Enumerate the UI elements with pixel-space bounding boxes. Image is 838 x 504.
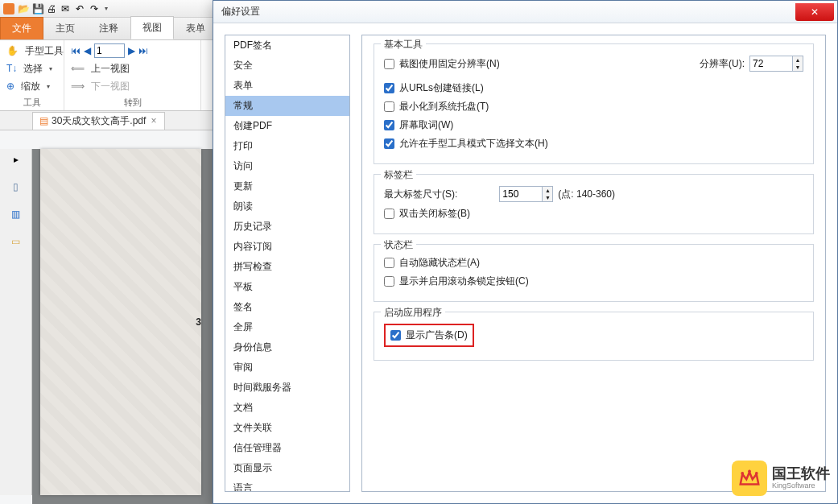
dialog-body: PDF签名安全表单常规创建PDF打印访问更新朗读历史记录内容订阅拼写检查平板签名… [213, 23, 837, 503]
prev-page-icon[interactable]: ◀ [84, 45, 91, 56]
dialog-title: 偏好设置 [213, 5, 260, 19]
category-item[interactable]: 内容订阅 [225, 237, 349, 257]
svg-point-1 [748, 469, 751, 473]
category-item[interactable]: 身份信息 [225, 337, 349, 357]
fieldset-basic-tools: 基本工具 截图使用固定分辨率(N) 分辨率(U): ▲▼ 从URLs创建链接(L… [374, 43, 814, 164]
category-item[interactable]: 全屏 [225, 317, 349, 337]
hand-tool-icon: ✋ [6, 45, 19, 56]
svg-point-2 [755, 472, 758, 475]
email-icon[interactable]: ✉ [61, 3, 72, 14]
checkbox-create-links[interactable] [384, 83, 394, 93]
checkbox-label: 允许在手型工具模式下选择文本(H) [399, 137, 548, 151]
resolution-input[interactable] [749, 56, 793, 72]
checkbox-minimize-tray[interactable] [384, 101, 394, 112]
next-page-icon[interactable]: ▶ [128, 45, 135, 56]
checkbox-scroll-lock[interactable] [384, 276, 394, 287]
checkbox-show-ads[interactable] [390, 330, 401, 341]
next-view-icon: ⟹ [71, 81, 85, 92]
ribbon-group-label: 工具 [6, 97, 57, 110]
checkbox-autohide-status[interactable] [384, 258, 394, 268]
spinner-down-icon[interactable]: ▼ [543, 194, 552, 201]
fieldset-title: 状态栏 [381, 238, 416, 252]
undo-icon[interactable]: ↶ [76, 3, 87, 14]
tab-form[interactable]: 表单 [174, 17, 217, 39]
qat-dropdown-icon[interactable]: ▾ [105, 5, 108, 12]
side-panel-strip: ▸ ▯ ▥ ▭ [0, 149, 32, 495]
checkbox-label: 从URLs创建链接(L) [399, 81, 484, 95]
zoom-button[interactable]: 缩放 [18, 78, 43, 95]
svg-point-0 [741, 472, 744, 475]
ribbon-group-tools: ✋手型工具 T↓选择▾ ⊕缩放▾ 工具 [0, 40, 64, 110]
checkbox-fixed-resolution[interactable] [384, 59, 394, 69]
category-item[interactable]: 打印 [225, 136, 349, 156]
preferences-dialog: 偏好设置 ✕ PDF签名安全表单常规创建PDF打印访问更新朗读历史记录内容订阅拼… [213, 0, 838, 504]
category-item[interactable]: PDF签名 [225, 35, 349, 56]
tab-home[interactable]: 主页 [43, 17, 87, 39]
checkbox-label: 显示广告条(D) [406, 328, 468, 342]
redo-icon[interactable]: ↷ [90, 3, 101, 14]
close-button[interactable]: ✕ [795, 3, 834, 21]
first-page-icon[interactable]: ⏮ [71, 45, 80, 56]
checkbox-label: 截图使用固定分辨率(N) [399, 57, 500, 71]
ribbon-group-goto: ⏮ ◀ ▶ ⏭ ⟸上一视图 ⟹下一视图 转到 [64, 40, 201, 110]
document-tab[interactable]: ▤ 30天成文软文高手.pdf × [32, 112, 165, 130]
category-item[interactable]: 审阅 [225, 357, 349, 378]
category-item[interactable]: 访问 [225, 156, 349, 176]
category-item[interactable]: 拼写检查 [225, 257, 349, 277]
category-item[interactable]: 文件关联 [225, 418, 349, 438]
crown-icon [732, 461, 767, 496]
expand-panel-icon[interactable]: ▸ [14, 154, 19, 165]
bookmarks-icon[interactable]: ▯ [13, 181, 19, 192]
open-icon[interactable]: 📂 [18, 3, 29, 14]
spinner-up-icon[interactable]: ▲ [793, 56, 803, 64]
checkbox-allow-select-hand[interactable] [384, 138, 394, 149]
category-item[interactable]: 历史记录 [225, 217, 349, 237]
category-item[interactable]: 朗读 [225, 196, 349, 217]
category-item[interactable]: 信任管理器 [225, 438, 349, 458]
save-icon[interactable]: 💾 [32, 3, 43, 14]
fieldset-title: 标签栏 [381, 168, 416, 182]
select-button[interactable]: 选择 [20, 60, 46, 77]
resolution-label: 分辨率(U): [700, 57, 745, 71]
app-logo-icon [3, 3, 14, 14]
spinner-down-icon[interactable]: ▼ [793, 64, 803, 71]
page-number-input[interactable] [94, 43, 125, 58]
tab-comment[interactable]: 注释 [87, 17, 130, 39]
close-tab-icon[interactable]: × [149, 115, 158, 126]
category-item[interactable]: 平板 [225, 277, 349, 297]
fieldset-title: 启动应用程序 [381, 306, 445, 320]
last-page-icon[interactable]: ⏭ [138, 45, 148, 56]
comments-icon[interactable]: ▭ [11, 236, 20, 247]
print-icon[interactable]: 🖨 [47, 3, 58, 14]
tab-file[interactable]: 文件 [0, 17, 43, 39]
chevron-down-icon[interactable]: ▾ [49, 65, 52, 72]
checkbox-label: 双击关闭标签(B) [399, 207, 470, 221]
category-item[interactable]: 创建PDF [225, 116, 349, 136]
page-content-text: 3 [196, 316, 201, 328]
category-item[interactable]: 文档 [225, 398, 349, 418]
dialog-titlebar[interactable]: 偏好设置 ✕ [213, 1, 837, 23]
max-tab-size-hint: (点: 140-360) [558, 188, 615, 201]
category-item[interactable]: 页面显示 [225, 458, 349, 478]
category-item[interactable]: 语言 [225, 478, 349, 492]
document-tab-label: 30天成文软文高手.pdf [52, 114, 146, 128]
tab-view[interactable]: 视图 [130, 16, 174, 39]
category-item[interactable]: 表单 [225, 76, 349, 96]
chevron-down-icon[interactable]: ▾ [47, 83, 50, 90]
checkbox-dblclick-close[interactable] [384, 209, 394, 219]
next-view-button[interactable]: 下一视图 [88, 78, 133, 95]
category-item[interactable]: 常规 [225, 96, 349, 116]
checkbox-screen-word[interactable] [384, 120, 394, 130]
highlighted-option: 显示广告条(D) [384, 324, 474, 347]
category-item[interactable]: 时间戳服务器 [225, 378, 349, 398]
category-item[interactable]: 更新 [225, 176, 349, 196]
spinner-up-icon[interactable]: ▲ [543, 187, 552, 194]
max-tab-size-input[interactable] [499, 186, 543, 202]
prev-view-button[interactable]: 上一视图 [88, 60, 133, 77]
category-item[interactable]: 签名 [225, 297, 349, 317]
ribbon-group-label: 转到 [71, 97, 194, 110]
category-list[interactable]: PDF签名安全表单常规创建PDF打印访问更新朗读历史记录内容订阅拼写检查平板签名… [225, 35, 350, 492]
hand-tool-button[interactable]: 手型工具 [22, 43, 67, 60]
pages-icon[interactable]: ▥ [11, 209, 20, 220]
category-item[interactable]: 安全 [225, 56, 349, 76]
